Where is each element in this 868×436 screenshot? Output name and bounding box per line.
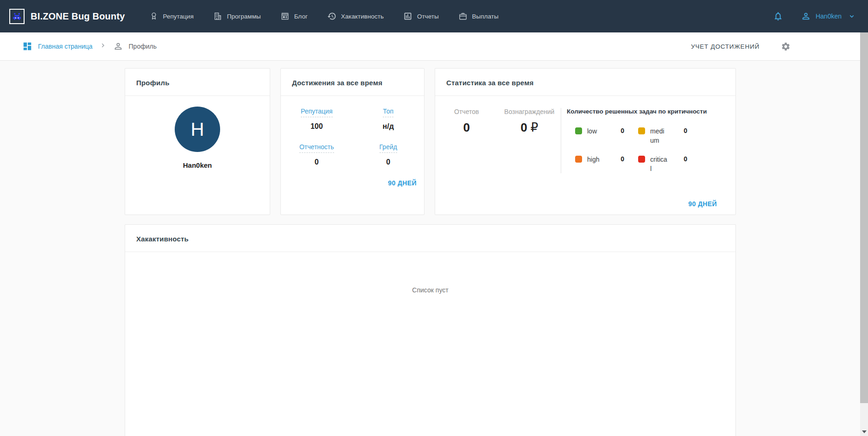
profile-card: Профиль H Han0ken (125, 68, 270, 215)
nav-item-blog[interactable]: Блог (280, 12, 308, 21)
profile-card-title: Профиль (125, 69, 270, 96)
statistics-card: Статистика за все время Отчетов 0 Вознаг… (435, 68, 736, 215)
person-icon (113, 41, 123, 51)
breadcrumb-home-link[interactable]: Главная страница (22, 41, 93, 51)
avatar: H (175, 107, 220, 152)
criticality-item-critical: critical 0 (638, 155, 701, 174)
breadcrumb: Главная страница Профиль (22, 41, 157, 51)
profile-card-body: H Han0ken (125, 96, 270, 215)
empty-list-text: Список пуст (125, 286, 735, 294)
achievements-period-row: 90 ДНЕЙ (281, 179, 424, 187)
breadcrumb-current: Профиль (113, 41, 157, 51)
criticality-item-high: high 0 (575, 155, 638, 174)
notifications-bell-icon[interactable] (773, 11, 783, 21)
briefcase-icon (458, 12, 468, 21)
achievements-grid: Репутация 100 Топ н/д Отчетность 0 Грейд… (281, 96, 424, 166)
breadcrumb-current-label: Профиль (129, 43, 157, 50)
high-label: high (587, 155, 605, 164)
medium-color-swatch (638, 127, 645, 134)
breadcrumb-home-label: Главная страница (38, 43, 93, 50)
nav-item-label: Хакактивность (341, 13, 384, 20)
hackactivity-card-title: Хакактивность (125, 225, 735, 252)
statistics-90-days-link[interactable]: 90 ДНЕЙ (688, 200, 717, 208)
statistics-body: Отчетов 0 Вознаграждений 0 ₽ Количество … (435, 96, 735, 200)
vertical-scrollbar (860, 32, 868, 436)
profile-username: Han0ken (183, 161, 212, 169)
hackactivity-body: Список пуст (125, 252, 735, 294)
nav-item-reputation[interactable]: Репутация (149, 12, 194, 21)
total-rewards-label: Вознаграждений (498, 108, 561, 115)
low-label: low (587, 126, 605, 136)
breadcrumb-bar-right: УЧЕТ ДОСТИЖЕНИЙ (691, 42, 791, 51)
newspaper-icon (280, 12, 290, 21)
medal-icon (149, 12, 158, 21)
criticality-section: Количество решенных задач по критичности… (561, 108, 735, 173)
nav-item-programs[interactable]: Программы (213, 12, 261, 21)
history-icon (327, 12, 336, 21)
stat-reporting-label[interactable]: Отчетность (299, 143, 334, 153)
breadcrumb-separator-icon (100, 42, 106, 51)
stat-grade-label[interactable]: Грейд (380, 143, 397, 153)
logo[interactable]: BI.ZONE Bug Bounty (9, 9, 125, 24)
high-value: 0 (621, 155, 624, 163)
report-chart-icon (403, 12, 412, 21)
stat-top-label[interactable]: Топ (383, 107, 393, 117)
stat-reputation-label[interactable]: Репутация (301, 107, 333, 117)
nav-item-reports[interactable]: Отчеты (403, 12, 439, 21)
nav-item-label: Отчеты (417, 13, 439, 20)
achievements-accounting-link[interactable]: УЧЕТ ДОСТИЖЕНИЙ (691, 43, 760, 50)
chevron-down-icon (848, 13, 855, 20)
stat-reputation-value: 100 (301, 122, 333, 131)
achievements-90-days-link[interactable]: 90 ДНЕЙ (388, 179, 417, 187)
top-navbar: BI.ZONE Bug Bounty Репутация (0, 0, 868, 32)
low-color-swatch (575, 127, 582, 134)
critical-label: critical (650, 155, 668, 174)
breadcrumb-bar: Главная страница Профиль УЧЕТ ДОСТИЖЕНИЙ (0, 32, 860, 61)
nav-item-payouts[interactable]: Выплаты (458, 12, 499, 21)
scrollbar-down-arrow-icon[interactable] (862, 430, 867, 433)
achievements-card: Достижения за все время Репутация 100 То… (280, 68, 424, 215)
criticality-item-medium: medium 0 (638, 126, 701, 145)
logo-text: BI.ZONE Bug Bounty (31, 11, 125, 22)
low-value: 0 (621, 127, 624, 134)
gear-icon[interactable] (781, 42, 791, 51)
building-icon (213, 12, 222, 21)
user-menu[interactable]: Han0ken (801, 11, 855, 21)
medium-label: medium (650, 126, 668, 145)
stat-reporting-value: 0 (299, 158, 334, 166)
nav-item-label: Блог (294, 13, 308, 20)
statistics-totals: Отчетов 0 Вознаграждений 0 ₽ (435, 108, 561, 135)
stat-top-value: н/д (383, 122, 394, 131)
criticality-title: Количество решенных задач по критичности (567, 108, 735, 115)
high-color-swatch (575, 156, 582, 163)
total-reports-value: 0 (435, 120, 498, 135)
statistics-card-title: Статистика за все время (435, 69, 735, 96)
criticality-grid: low 0 medium 0 high 0 (575, 126, 735, 173)
critical-color-swatch (638, 156, 645, 163)
navbar-right: Han0ken (773, 11, 855, 21)
critical-value: 0 (684, 155, 687, 163)
bug-logo-icon (9, 9, 25, 24)
statistics-period-row: 90 ДНЕЙ (435, 200, 735, 215)
ruble-sign: ₽ (531, 120, 539, 134)
nav-item-hackactivity[interactable]: Хакактивность (327, 12, 384, 21)
nav-item-label: Программы (227, 13, 261, 20)
stat-reporting: Отчетность 0 (299, 143, 334, 166)
main-content: Профиль H Han0ken Достижения за все врем… (125, 68, 736, 436)
nav-item-label: Выплаты (472, 13, 499, 20)
nav-item-label: Репутация (163, 13, 194, 20)
criticality-item-low: low 0 (575, 126, 638, 145)
achievements-card-title: Достижения за все время (281, 69, 424, 96)
hackactivity-card: Хакактивность Список пуст (125, 224, 736, 436)
dashboard-tiles-icon (22, 41, 32, 51)
total-rewards: Вознаграждений 0 ₽ (498, 108, 561, 135)
stat-top: Топ н/д (383, 107, 394, 131)
user-icon (801, 11, 811, 21)
total-reports-label: Отчетов (435, 108, 498, 115)
username-label: Han0ken (816, 13, 842, 20)
total-rewards-value: 0 ₽ (498, 120, 561, 135)
scrollbar-thumb[interactable] (860, 32, 868, 403)
total-reports: Отчетов 0 (435, 108, 498, 135)
summary-cards-row: Профиль H Han0ken Достижения за все врем… (125, 68, 736, 215)
stat-reputation: Репутация 100 (301, 107, 333, 131)
